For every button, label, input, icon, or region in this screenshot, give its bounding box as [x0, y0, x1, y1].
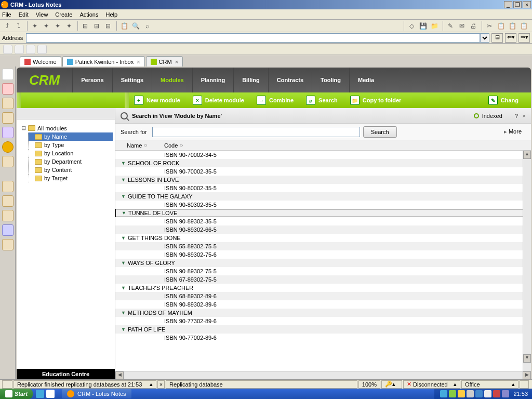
forward-button[interactable]: ⇒▾	[518, 33, 530, 43]
chat-icon[interactable]	[15, 45, 24, 54]
help-button[interactable]: ?	[515, 113, 518, 119]
tool-icon[interactable]: 📋	[518, 21, 529, 31]
table-row[interactable]: ISBN 90-89302-75-5	[115, 267, 531, 275]
table-row[interactable]: ISBN 90-70002-35-5	[115, 167, 531, 176]
tray-icon[interactable]	[475, 390, 483, 397]
tool-icon[interactable]: 📋	[507, 21, 517, 31]
tool-icon[interactable]: ✦	[64, 21, 74, 31]
table-row[interactable]: ▼WAYS OF GLORY	[115, 259, 531, 267]
tray-icon[interactable]	[467, 390, 474, 397]
scroll-right-icon[interactable]: ▶	[523, 371, 531, 379]
search-button[interactable]: Search	[363, 126, 397, 138]
collapse-icon[interactable]: ▼	[116, 210, 128, 216]
close-button[interactable]: ×	[523, 1, 531, 8]
table-row[interactable]: ISBN 55-89302-75-5	[115, 242, 531, 250]
table-row[interactable]: ISBN 90-80302-35-5	[115, 201, 531, 209]
table-row[interactable]: ▼TUNNEL OF LOVE	[115, 209, 531, 217]
nav-tab[interactable]: Settings	[112, 68, 152, 92]
tray-icon[interactable]	[502, 390, 509, 397]
menu-create[interactable]: Create	[55, 11, 72, 18]
sort-icon[interactable]: ◇	[144, 143, 147, 148]
tray-icon[interactable]	[484, 390, 491, 397]
close-search-button[interactable]: ×	[523, 113, 526, 119]
tree-item[interactable]: by Name	[28, 132, 113, 141]
table-row[interactable]: ISBN 90-77002-89-6	[115, 334, 531, 342]
tool-icon[interactable]: ✎	[445, 21, 456, 31]
tool-icon[interactable]: ✂	[484, 21, 495, 31]
dropdown-icon[interactable]: ▴	[512, 381, 515, 388]
action-button[interactable]: ✎Chang	[488, 96, 518, 105]
address-dropdown[interactable]	[480, 33, 489, 43]
tool-icon[interactable]: ⤵	[14, 21, 24, 31]
collapse-icon[interactable]: ▼	[115, 327, 128, 332]
tool-icon[interactable]: ✦	[52, 21, 63, 31]
tool-icon[interactable]: ✦	[30, 21, 40, 31]
tool-icon[interactable]: 💾	[418, 21, 428, 31]
collapse-icon[interactable]: ▼	[115, 285, 128, 290]
table-row[interactable]: ISBN 90-89302-35-5	[115, 217, 531, 225]
action-button[interactable]: +New module	[134, 96, 180, 105]
menu-help[interactable]: Help	[105, 11, 117, 18]
menu-file[interactable]: File	[2, 11, 11, 18]
rail-icon[interactable]	[2, 181, 14, 192]
rail-icon[interactable]	[2, 195, 14, 207]
sort-icon[interactable]: ◇	[180, 143, 183, 148]
collapse-icon[interactable]: ▼	[115, 260, 128, 265]
status-location[interactable]: Office ▴	[461, 380, 518, 389]
nav-tab[interactable]: Billing	[233, 68, 268, 92]
tree-item[interactable]: by Department	[28, 157, 113, 166]
rail-icon[interactable]	[2, 112, 14, 124]
table-row[interactable]: ISBN 90-89302-75-6	[115, 250, 531, 259]
nav-tab[interactable]: Media	[349, 68, 382, 92]
collapse-icon[interactable]: ▼	[115, 177, 128, 182]
rail-icon[interactable]	[2, 210, 14, 221]
address-input[interactable]	[26, 33, 480, 43]
tree-item[interactable]: by Type	[28, 141, 113, 149]
table-row[interactable]: ISBN 90-89302-66-5	[115, 225, 531, 234]
table-row[interactable]: ISBN 90-80002-35-5	[115, 184, 531, 192]
status-icon[interactable]	[520, 380, 529, 389]
nav-tab[interactable]: Persons	[72, 68, 112, 92]
note-icon[interactable]	[37, 45, 47, 54]
collapse-icon[interactable]: ⊟	[21, 125, 26, 131]
tool-icon[interactable]: 📋	[119, 21, 129, 31]
collapse-icon[interactable]: ▼	[115, 161, 128, 166]
vertical-scrollbar[interactable]: ▲ ▼	[523, 151, 531, 371]
tool-icon[interactable]: ⊟	[80, 21, 90, 31]
nav-tab[interactable]: Planning	[192, 68, 233, 92]
tray-icon[interactable]	[440, 390, 447, 397]
go-button[interactable]: ⊟	[491, 33, 503, 43]
action-button[interactable]: →Combine	[257, 96, 294, 105]
table-row[interactable]: ▼GUIDE TO THE GALAXY	[115, 192, 531, 201]
collapse-icon[interactable]: ▼	[115, 310, 128, 315]
tab-crm[interactable]: CRM ×	[146, 56, 183, 66]
collapse-icon[interactable]: ▼	[115, 194, 128, 199]
tray-icon[interactable]	[449, 390, 456, 397]
action-button[interactable]: 📁Copy to folder	[350, 96, 402, 105]
table-row[interactable]: ISBN 90-70002-34-5	[115, 151, 531, 159]
status-stop[interactable]: ×	[157, 380, 165, 389]
status-icon[interactable]	[2, 380, 12, 389]
rail-icon[interactable]	[2, 141, 14, 153]
status-zoom[interactable]: 100%	[358, 380, 380, 389]
maximize-button[interactable]: ❐	[513, 1, 522, 8]
tab-close-icon[interactable]: ×	[137, 59, 140, 65]
rail-icon[interactable]	[2, 224, 14, 236]
tool-icon[interactable]: ⊟	[103, 21, 113, 31]
more-link[interactable]: More	[504, 128, 522, 135]
start-button[interactable]: Start	[0, 389, 33, 399]
scroll-up-icon[interactable]: ▲	[523, 151, 531, 159]
table-row[interactable]: ISBN 90-89302-89-6	[115, 300, 531, 309]
desktop-icon[interactable]	[46, 390, 55, 398]
table-row[interactable]: ▼SCHOOL OF ROCK	[115, 159, 531, 167]
tree-item[interactable]: by Target	[28, 174, 113, 182]
search-input[interactable]	[152, 127, 360, 137]
menu-view[interactable]: View	[36, 11, 48, 18]
tool-icon[interactable]: ⌕	[142, 21, 152, 31]
tray-icon[interactable]	[458, 390, 465, 397]
table-row[interactable]: ISBN 68-89302-89-6	[115, 292, 531, 300]
nav-tab[interactable]: Tooling	[312, 68, 349, 92]
table-row[interactable]: ▼LESSONS IN LOVE	[115, 176, 531, 184]
collapse-icon[interactable]: ▼	[115, 235, 128, 241]
horizontal-scrollbar[interactable]: ◀ ▶	[115, 371, 531, 379]
